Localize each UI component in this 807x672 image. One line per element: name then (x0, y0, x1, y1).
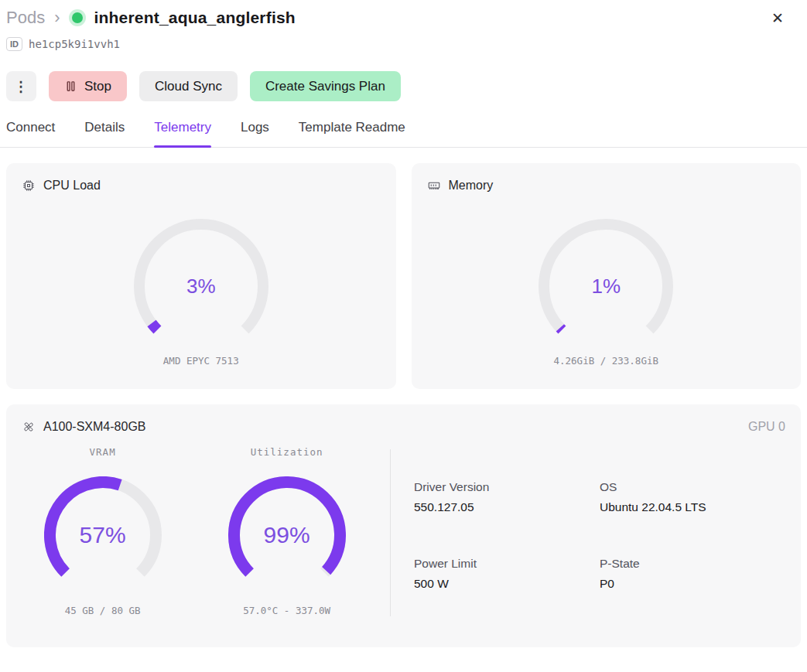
kebab-icon: ⋮ (14, 78, 29, 95)
cpu-card-title: CPU Load (43, 179, 101, 193)
gpu-fan-icon (22, 420, 36, 434)
pstate-value: P0 (600, 577, 785, 591)
driver-version-field: Driver Version 550.127.05 (414, 480, 600, 540)
power-limit-label: Power Limit (414, 557, 600, 571)
vram-label: VRAM (90, 446, 116, 458)
cloud-sync-button-label: Cloud Sync (155, 79, 222, 94)
tab-connect[interactable]: Connect (6, 120, 55, 147)
utilization-label: Utilization (251, 446, 323, 458)
cpu-chip-icon (22, 179, 36, 193)
memory-card: Memory 1% 4.26GiB / 233.8GiB (412, 163, 802, 389)
vram-usage-text: 45 GB / 80 GB (65, 605, 141, 616)
memory-gauge-value: 1% (591, 275, 621, 298)
utilization-gauge-column: Utilization 99% 57.0°C - 337.0W (183, 446, 390, 616)
vram-gauge-value: 57% (80, 522, 126, 548)
create-savings-plan-button[interactable]: Create Savings Plan (250, 71, 401, 101)
os-value: Ubuntu 22.04.5 LTS (600, 500, 785, 514)
pause-icon (64, 80, 77, 93)
breadcrumb-chevron-icon: › (54, 8, 60, 28)
stop-button[interactable]: Stop (49, 71, 127, 101)
tab-telemetry[interactable]: Telemetry (154, 120, 211, 147)
status-dot-icon (72, 12, 83, 23)
temp-power-text: 57.0°C - 337.0W (243, 605, 330, 616)
memory-ram-icon (427, 179, 441, 193)
more-actions-button[interactable]: ⋮ (6, 71, 36, 101)
cloud-sync-button[interactable]: Cloud Sync (139, 71, 238, 101)
cpu-model-text: AMD EPYC 7513 (22, 355, 381, 367)
utilization-gauge-value: 99% (264, 522, 310, 548)
gpu-card-title: A100-SXM4-80GB (43, 420, 146, 434)
pstate-label: P-State (600, 557, 785, 571)
vram-gauge-column: VRAM 57% 45 GB / 80 GB (22, 446, 183, 616)
vram-gauge: 57% (44, 476, 162, 594)
memory-gauge: 1% (427, 219, 786, 353)
utilization-gauge: 99% (228, 476, 346, 594)
gpu-card: A100-SXM4-80GB GPU 0 VRAM 57% 45 GB / 80… (6, 404, 801, 647)
os-field: OS Ubuntu 22.04.5 LTS (600, 480, 785, 540)
memory-usage-text: 4.26GiB / 233.8GiB (427, 355, 786, 367)
page-title: inherent_aqua_anglerfish (94, 9, 295, 27)
close-icon[interactable]: ✕ (771, 11, 784, 26)
memory-card-title: Memory (449, 179, 494, 193)
cpu-gauge-value: 3% (186, 275, 216, 298)
telemetry-panel: CPU Load 3% AMD EPYC 7513 Memory 1% (0, 148, 807, 647)
pstate-field: P-State P0 (600, 557, 785, 616)
cpu-gauge: 3% (22, 219, 381, 353)
gpu-index-badge: GPU 0 (748, 420, 785, 434)
toolbar: ⋮ Stop Cloud Sync Create Savings Plan (0, 51, 807, 101)
page-header: Pods › inherent_aqua_anglerfish ✕ (0, 0, 807, 28)
driver-version-label: Driver Version (414, 480, 600, 494)
vertical-divider (390, 449, 391, 616)
tab-logs[interactable]: Logs (241, 120, 269, 147)
tab-bar: Connect Details Telemetry Logs Template … (0, 101, 807, 148)
pod-id-value[interactable]: he1cp5k9i1vvh1 (29, 38, 120, 50)
create-savings-plan-label: Create Savings Plan (265, 79, 385, 94)
stop-button-label: Stop (84, 79, 111, 94)
gpu-info-grid: Driver Version 550.127.05 OS Ubuntu 22.0… (414, 480, 785, 616)
tab-details[interactable]: Details (84, 120, 125, 147)
pod-id-row: ID he1cp5k9i1vvh1 (0, 28, 807, 51)
os-label: OS (600, 480, 785, 494)
cpu-load-card: CPU Load 3% AMD EPYC 7513 (6, 163, 396, 389)
driver-version-value: 550.127.05 (414, 500, 600, 514)
id-badge: ID (6, 37, 22, 51)
power-limit-value: 500 W (414, 577, 600, 591)
breadcrumb[interactable]: Pods (6, 8, 45, 28)
tab-template-readme[interactable]: Template Readme (299, 120, 405, 147)
power-limit-field: Power Limit 500 W (414, 557, 600, 616)
